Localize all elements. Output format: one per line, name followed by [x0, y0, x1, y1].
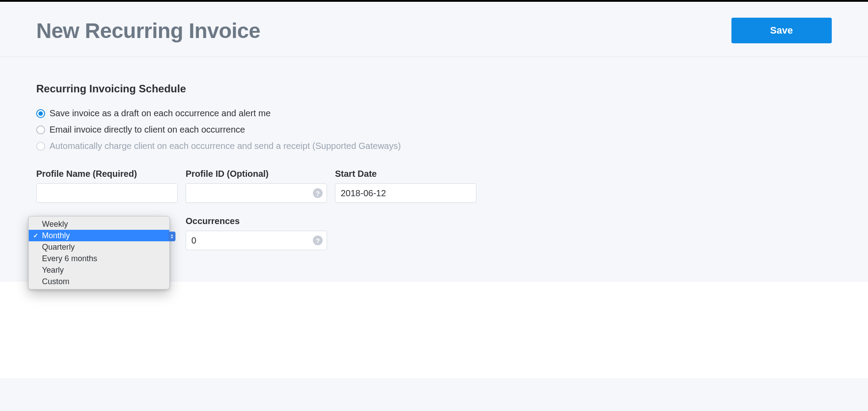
field-frequency: Weekly Monthly Quarterly Every 6 months … — [36, 216, 178, 250]
schedule-option-charge-label: Automatically charge client on each occu… — [49, 141, 401, 151]
frequency-option-quarterly[interactable]: Quarterly — [29, 241, 169, 253]
field-start-date: Start Date — [335, 169, 476, 203]
content-area: Recurring Invoicing Schedule Save invoic… — [0, 57, 868, 281]
schedule-option-email[interactable]: Email invoice directly to client on each… — [36, 125, 832, 135]
input-wrap-profile-id: ? — [186, 183, 327, 203]
fields-row-2: Weekly Monthly Quarterly Every 6 months … — [36, 216, 832, 250]
schedule-option-draft-label: Save invoice as a draft on each occurren… — [49, 108, 270, 118]
select-stepper-icon[interactable] — [168, 232, 175, 241]
profile-id-input[interactable] — [186, 183, 327, 203]
field-occurrences: Occurrences ? — [186, 216, 327, 250]
schedule-radio-group: Save invoice as a draft on each occurren… — [36, 108, 832, 151]
field-profile-name: Profile Name (Required) — [36, 169, 178, 203]
schedule-option-charge-text: Automatically charge client on each occu… — [49, 141, 312, 151]
help-icon[interactable]: ? — [313, 188, 323, 198]
label-occurrences: Occurrences — [186, 216, 327, 226]
footer-blank-area — [0, 281, 868, 378]
radio-checked-icon — [36, 109, 45, 118]
label-start-date: Start Date — [335, 169, 476, 179]
frequency-option-yearly[interactable]: Yearly — [29, 264, 169, 276]
section-title-schedule: Recurring Invoicing Schedule — [36, 83, 832, 95]
frequency-dropdown-panel: Weekly Monthly Quarterly Every 6 months … — [28, 216, 170, 289]
frequency-option-monthly[interactable]: Monthly — [29, 230, 169, 241]
page-title: New Recurring Invoice — [36, 19, 260, 43]
input-wrap-start-date — [335, 183, 476, 203]
label-profile-name: Profile Name (Required) — [36, 169, 178, 179]
save-button[interactable]: Save — [731, 18, 832, 43]
schedule-option-draft[interactable]: Save invoice as a draft on each occurren… — [36, 108, 832, 118]
frequency-option-weekly[interactable]: Weekly — [29, 218, 169, 230]
schedule-option-charge: Automatically charge client on each occu… — [36, 141, 832, 151]
fields-row-1: Profile Name (Required) Profile ID (Opti… — [36, 169, 832, 203]
page: New Recurring Invoice Save Recurring Inv… — [0, 2, 868, 378]
input-wrap-profile-name — [36, 183, 178, 203]
profile-name-input[interactable] — [36, 183, 178, 203]
frequency-option-custom[interactable]: Custom — [29, 276, 169, 287]
radio-unchecked-icon — [36, 126, 45, 134]
schedule-option-email-label: Email invoice directly to client on each… — [49, 125, 245, 135]
help-icon[interactable]: ? — [313, 236, 323, 245]
page-header: New Recurring Invoice Save — [0, 2, 868, 57]
supported-gateways-link[interactable]: (Supported Gateways) — [312, 141, 401, 151]
label-profile-id: Profile ID (Optional) — [186, 169, 327, 179]
field-profile-id: Profile ID (Optional) ? — [186, 169, 327, 203]
input-wrap-occurrences: ? — [186, 231, 327, 250]
start-date-input[interactable] — [335, 183, 476, 203]
occurrences-input[interactable] — [186, 231, 327, 250]
radio-disabled-icon — [36, 142, 45, 151]
frequency-option-every-6-months[interactable]: Every 6 months — [29, 253, 169, 264]
